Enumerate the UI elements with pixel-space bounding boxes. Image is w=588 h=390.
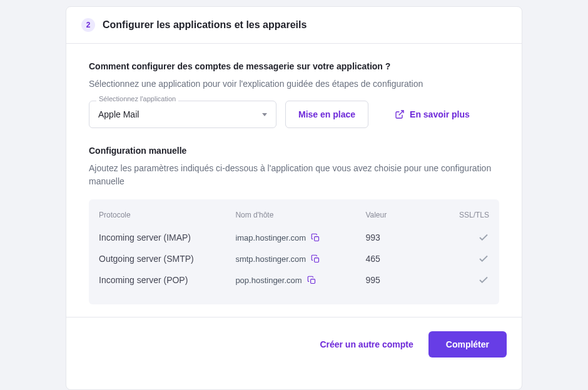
table-row: Incoming server (POP) pop.hostinger.com … xyxy=(99,269,489,291)
col-header-protocol: Protocole xyxy=(99,211,235,219)
host-cell: pop.hostinger.com xyxy=(235,276,365,285)
port-value: 995 xyxy=(365,275,444,285)
how-subtext: Sélectionnez une application pour voir l… xyxy=(89,78,499,91)
host-cell: smtp.hostinger.com xyxy=(235,254,365,264)
controls-row: Sélectionnez l'application Apple Mail Mi… xyxy=(89,101,499,128)
table-row: Outgoing server (SMTP) smtp.hostinger.co… xyxy=(99,248,489,269)
create-another-link[interactable]: Créer un autre compte xyxy=(320,339,413,349)
app-select-label: Sélectionnez l'application xyxy=(96,95,178,102)
copy-icon[interactable] xyxy=(307,276,317,285)
check-icon xyxy=(478,253,489,264)
setup-button[interactable]: Mise en place xyxy=(285,101,368,128)
step-number-badge: 2 xyxy=(81,18,95,32)
app-select[interactable]: Apple Mail xyxy=(89,101,276,128)
learn-more-text: En savoir plus xyxy=(410,109,470,119)
host-value: imap.hostinger.com xyxy=(235,233,306,242)
app-select-value: Apple Mail xyxy=(98,109,139,119)
svg-rect-1 xyxy=(315,236,319,241)
config-panel: Protocole Nom d'hôte Valeur SSL/TLS Inco… xyxy=(89,199,499,304)
learn-more-link[interactable]: En savoir plus xyxy=(395,109,470,119)
manual-config-subtext: Ajoutez les paramètres indiqués ci-desso… xyxy=(89,162,499,188)
col-header-host: Nom d'hôte xyxy=(235,211,365,219)
svg-line-0 xyxy=(399,111,403,115)
manual-config-title: Configuration manuelle xyxy=(89,146,499,156)
card-header: 2 Configurer les applications et les app… xyxy=(66,7,522,44)
protocol-label: Incoming server (IMAP) xyxy=(99,232,235,242)
col-header-ssl: SSL/TLS xyxy=(444,211,489,219)
port-value: 465 xyxy=(365,254,444,264)
protocol-label: Outgoing server (SMTP) xyxy=(99,254,235,264)
complete-button[interactable]: Compléter xyxy=(428,331,507,358)
host-value: pop.hostinger.com xyxy=(235,276,302,285)
table-row: Incoming server (IMAP) imap.hostinger.co… xyxy=(99,227,489,248)
copy-icon[interactable] xyxy=(311,233,320,242)
app-select-wrapper: Sélectionnez l'application Apple Mail xyxy=(89,101,276,128)
protocol-label: Incoming server (POP) xyxy=(99,275,235,285)
chevron-down-icon xyxy=(262,113,267,116)
copy-icon[interactable] xyxy=(311,254,320,264)
external-link-icon xyxy=(395,109,405,119)
step-card: 2 Configurer les applications et les app… xyxy=(66,6,522,390)
col-header-value: Valeur xyxy=(365,211,444,219)
host-cell: imap.hostinger.com xyxy=(235,233,365,242)
how-heading: Comment configurer des comptes de messag… xyxy=(89,61,499,71)
port-value: 993 xyxy=(365,232,444,242)
card-title: Configurer les applications et les appar… xyxy=(103,19,307,31)
card-footer: Créer un autre compte Compléter xyxy=(66,317,522,371)
host-value: smtp.hostinger.com xyxy=(235,254,306,264)
svg-rect-2 xyxy=(315,258,319,262)
check-icon xyxy=(478,232,489,243)
svg-rect-3 xyxy=(310,279,315,283)
config-table-header: Protocole Nom d'hôte Valeur SSL/TLS xyxy=(99,211,489,219)
card-body: Comment configurer des comptes de messag… xyxy=(66,44,522,317)
check-icon xyxy=(478,274,489,286)
